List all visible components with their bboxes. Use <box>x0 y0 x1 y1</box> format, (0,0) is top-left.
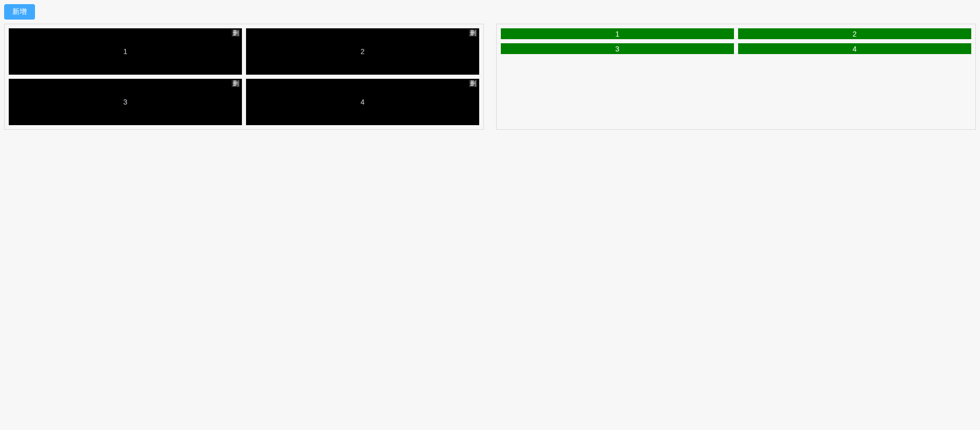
card-label: 4 <box>853 45 857 53</box>
main-container: 删 1 删 2 删 3 删 4 1 2 <box>4 24 976 130</box>
delete-button[interactable]: 删 <box>469 29 477 37</box>
left-card[interactable]: 删 2 <box>246 28 479 75</box>
card-label: 4 <box>361 98 365 106</box>
right-card[interactable]: 2 <box>738 28 971 39</box>
left-card[interactable]: 删 1 <box>9 28 242 75</box>
left-card[interactable]: 删 3 <box>9 79 242 125</box>
card-label: 3 <box>616 45 620 53</box>
right-card[interactable]: 4 <box>738 43 971 54</box>
card-label: 2 <box>853 30 857 38</box>
right-card[interactable]: 1 <box>501 28 734 39</box>
right-panel: 1 2 3 4 <box>496 24 976 130</box>
toolbar: 新增 <box>4 4 976 20</box>
right-card[interactable]: 3 <box>501 43 734 54</box>
card-label: 3 <box>124 98 128 106</box>
left-grid: 删 1 删 2 删 3 删 4 <box>9 28 479 125</box>
add-button[interactable]: 新增 <box>4 4 35 20</box>
right-grid: 1 2 3 4 <box>501 28 971 54</box>
delete-button[interactable]: 删 <box>469 80 477 87</box>
delete-button[interactable]: 删 <box>232 80 240 87</box>
card-label: 1 <box>616 30 620 38</box>
delete-button[interactable]: 删 <box>232 29 240 37</box>
left-card[interactable]: 删 4 <box>246 79 479 125</box>
card-label: 1 <box>124 47 128 56</box>
card-label: 2 <box>361 47 365 56</box>
left-panel: 删 1 删 2 删 3 删 4 <box>4 24 484 130</box>
